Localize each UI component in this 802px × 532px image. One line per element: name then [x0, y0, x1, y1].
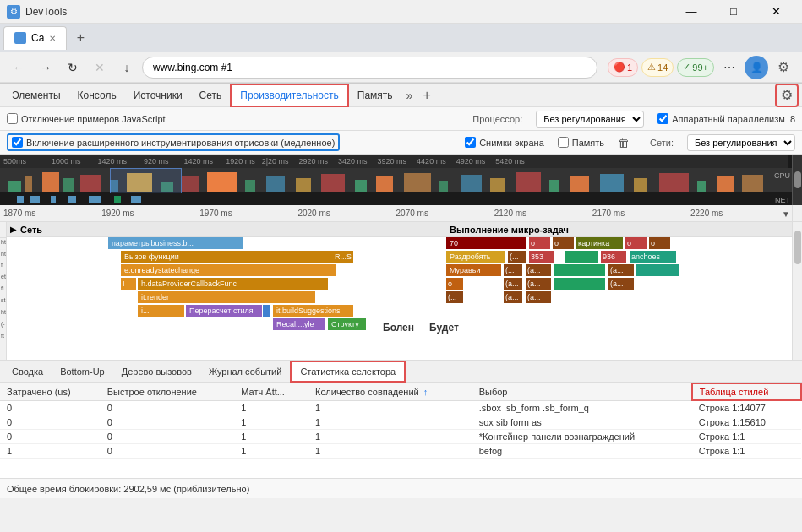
- microtask-teal4[interactable]: [554, 278, 605, 290]
- microtask-bar-2[interactable]: o: [529, 237, 550, 249]
- overview-scrollbar-thumb[interactable]: [794, 171, 801, 188]
- tab-memory[interactable]: Память: [349, 84, 401, 107]
- microtask-bracket7[interactable]: (a...: [608, 278, 634, 290]
- new-tab-button[interactable]: +: [68, 26, 92, 50]
- flame-bar-itrender[interactable]: it.render: [138, 291, 315, 303]
- microtask-bar-1[interactable]: 70: [446, 237, 526, 249]
- cell-stylesheet2[interactable]: Строка 1:15610: [692, 415, 801, 430]
- flame-bar-buildsuggestions[interactable]: it.buildSuggestions: [273, 305, 353, 317]
- tab-bottom-up[interactable]: Bottom-Up: [52, 361, 113, 383]
- screenshots-input[interactable]: [465, 137, 476, 148]
- browser-settings-button[interactable]: ⚙: [772, 56, 795, 79]
- overview-scrollbar[interactable]: [792, 155, 802, 205]
- col-match-attempts[interactable]: Матч Att...: [234, 383, 308, 400]
- download-button[interactable]: ↓: [115, 56, 139, 79]
- tab-network[interactable]: Сеть: [191, 84, 231, 107]
- devtools-settings-button[interactable]: ⚙: [775, 84, 799, 107]
- hardware-concurrency-checkbox[interactable]: Аппаратный параллелизм 8: [657, 113, 795, 124]
- tab-call-tree[interactable]: Дерево вызовов: [113, 361, 200, 383]
- col-stylesheet[interactable]: Таблица стилей: [692, 383, 801, 400]
- microtask-bar-4[interactable]: o: [625, 237, 647, 249]
- memory-checkbox[interactable]: Память: [558, 137, 604, 148]
- network-bar[interactable]: параметрыbusiness.b...: [108, 237, 243, 249]
- tab-close-button[interactable]: ✕: [49, 34, 56, 43]
- more-button[interactable]: ⋯: [717, 56, 741, 79]
- col-fast-reject[interactable]: Быстрое отклонение: [101, 383, 234, 400]
- table-wrapper[interactable]: Затрачено (us) Быстрое отклонение Матч A…: [0, 383, 802, 478]
- microtask-bracket2[interactable]: (...: [504, 264, 522, 276]
- scroll-down-icon[interactable]: ▼: [782, 209, 790, 218]
- table-row[interactable]: 0 0 1 1 *Контейнер панели вознаграждений…: [0, 430, 801, 444]
- microtask-bracket4[interactable]: (a...: [608, 264, 634, 276]
- section-collapse-icon[interactable]: ▶: [10, 225, 17, 234]
- cell-stylesheet3[interactable]: Строка 1:1: [692, 430, 801, 444]
- network-throttle-dropdown[interactable]: Без регулирования: [687, 134, 795, 151]
- microtask-353[interactable]: 353: [529, 251, 554, 263]
- flame-bar-recalcstyle1[interactable]: Перерасчет стиля: [186, 305, 262, 317]
- delete-icon[interactable]: 🗑: [618, 136, 630, 149]
- advanced-instrumentation-checkbox[interactable]: Включение расширенного инструментировани…: [7, 133, 340, 151]
- forward-button[interactable]: →: [34, 56, 57, 79]
- microtask-teal2[interactable]: [554, 264, 605, 276]
- tab-performance[interactable]: Производительность: [230, 84, 348, 107]
- microtask-bracket9[interactable]: (a...: [504, 291, 522, 303]
- advanced-instrumentation-input[interactable]: [12, 137, 23, 148]
- table-row[interactable]: 0 0 1 1 .sbox .sb_form .sb_form_q Строка…: [0, 400, 801, 415]
- tab-console[interactable]: Консоль: [69, 84, 125, 107]
- close-button[interactable]: ✕: [756, 0, 795, 24]
- hardware-concurrency-input[interactable]: [657, 113, 668, 124]
- cell-stylesheet4[interactable]: Строка 1:1: [692, 444, 801, 459]
- add-tab-button[interactable]: +: [417, 88, 435, 103]
- tab-selector-stats[interactable]: Статистика селектора: [290, 361, 406, 383]
- flame-scrollbar-thumb[interactable]: [794, 231, 801, 264]
- refresh-button[interactable]: ↻: [61, 56, 85, 79]
- tab-sources[interactable]: Источники: [125, 84, 191, 107]
- microtask-razdrobyt[interactable]: Раздробять: [446, 251, 505, 263]
- browser-tab[interactable]: Ca ✕: [3, 26, 67, 50]
- flame-bar-recaltyle[interactable]: Recal...tyle: [273, 318, 325, 330]
- flame-bar-dot[interactable]: [263, 305, 270, 317]
- microtask-bracket6[interactable]: (a...: [526, 278, 551, 290]
- microtask-bar-kartinka[interactable]: картинка: [576, 237, 623, 249]
- microtask-936[interactable]: 936: [601, 251, 626, 263]
- col-time-spent[interactable]: Затрачено (us): [0, 383, 101, 400]
- microtask-bracket10[interactable]: (a...: [526, 291, 551, 303]
- tab-event-log[interactable]: Журнал событий: [200, 361, 290, 383]
- cell-stylesheet1[interactable]: Строка 1:14077: [692, 400, 801, 415]
- flame-bar-dataprovider[interactable]: h.dataProviderCallbackFunc: [138, 278, 328, 290]
- table-row[interactable]: 1 0 1 1 befog Строка 1:1: [0, 444, 801, 459]
- microtask-bracket1[interactable]: (...: [508, 251, 526, 263]
- screenshots-checkbox[interactable]: Снимки экрана: [465, 137, 544, 148]
- microtask-o1[interactable]: o: [446, 278, 463, 290]
- flame-bar-onreadystatechange[interactable]: e.onreadystatechange: [121, 264, 336, 276]
- flame-bar-i2[interactable]: i...: [138, 305, 184, 317]
- microtask-bar-3[interactable]: o: [553, 237, 574, 249]
- timeline-selection[interactable]: [110, 168, 182, 193]
- address-bar[interactable]: www.bing.com #1: [142, 57, 597, 79]
- microtask-anchoes[interactable]: anchoes: [630, 251, 676, 263]
- table-row[interactable]: 0 0 1 1 sox sib form as Строка 1:15610: [0, 415, 801, 430]
- flame-scrollbar[interactable]: [792, 222, 802, 360]
- js-samples-checkbox[interactable]: Отключение примеров JavaScript: [7, 113, 166, 124]
- error-badge[interactable]: 🔴 1: [608, 58, 638, 77]
- flame-chart-main[interactable]: ▶ Сеть параметрыbusiness.b... Вызов функ…: [7, 222, 792, 360]
- flame-bar-function-call[interactable]: Вызов функции R...S: [121, 251, 353, 263]
- timeline-overview[interactable]: 500ms 1000 ms 1420 ms 920 ms 1420 ms 192…: [0, 155, 802, 205]
- minimize-button[interactable]: —: [672, 0, 711, 24]
- tab-elements[interactable]: Элементы: [3, 84, 69, 107]
- flame-bar-struktu[interactable]: Структу: [328, 318, 366, 330]
- microtask-bracket3[interactable]: (a...: [526, 264, 551, 276]
- microtask-bracket8[interactable]: (...: [446, 291, 463, 303]
- col-selector[interactable]: Выбор: [472, 383, 692, 400]
- back-button[interactable]: ←: [7, 56, 30, 79]
- js-samples-input[interactable]: [7, 113, 18, 124]
- microtask-muravyi[interactable]: Муравьи: [446, 264, 501, 276]
- info-badge[interactable]: ✓ 99+: [677, 58, 714, 77]
- maximize-button[interactable]: □: [714, 0, 753, 24]
- microtask-bracket5[interactable]: (a...: [504, 278, 522, 290]
- microtask-bar-5[interactable]: o: [649, 237, 670, 249]
- microtask-teal1[interactable]: [565, 251, 598, 263]
- col-match-count[interactable]: Количество совпадений ↑: [308, 383, 472, 400]
- cpu-throttle-dropdown[interactable]: Без регулирования: [536, 111, 644, 128]
- flame-bar-i[interactable]: I: [121, 278, 136, 290]
